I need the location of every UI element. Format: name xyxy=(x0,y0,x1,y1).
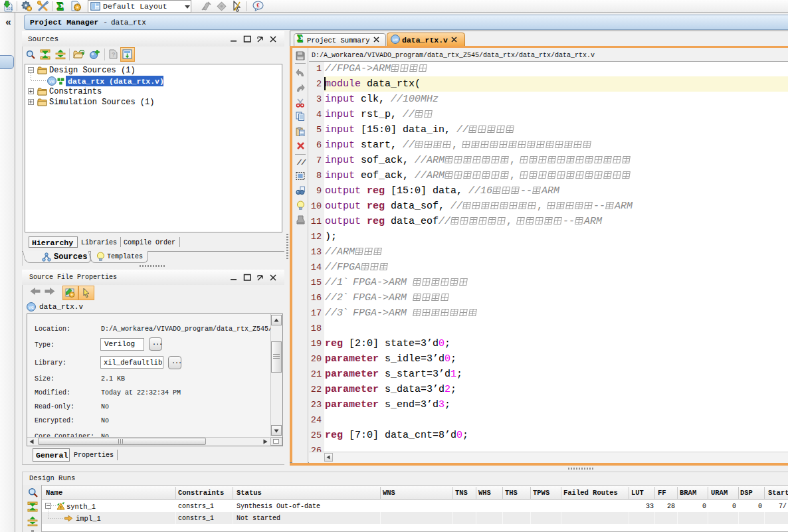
svg-text:?: ? xyxy=(112,51,116,58)
svg-text:ve: ve xyxy=(49,78,54,84)
svg-text:£: £ xyxy=(256,2,260,9)
svg-text:ve: ve xyxy=(29,304,34,310)
svg-text:!: ! xyxy=(60,505,62,511)
svg-text:ve: ve xyxy=(393,37,398,43)
